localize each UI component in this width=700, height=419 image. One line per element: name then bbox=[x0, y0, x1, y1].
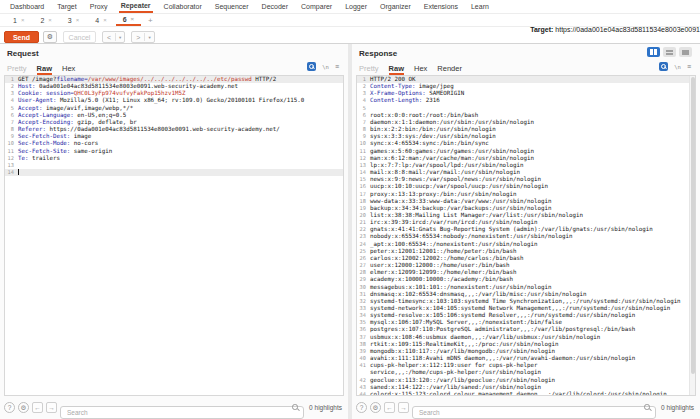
line-text bbox=[370, 105, 689, 112]
line-text: saned:x:114:122::/var/lib/saned:/usr/sbi… bbox=[370, 384, 689, 391]
line-text: Accept-Encoding: gzip, deflate, br bbox=[18, 119, 343, 126]
request-editor[interactable]: 1GET /image?filename=/var/www/images/../… bbox=[4, 75, 344, 396]
menu-item-logger[interactable]: Logger bbox=[343, 0, 369, 13]
layout-rows-icon[interactable] bbox=[663, 47, 676, 57]
target-bar[interactable]: Target: https://0ada001e04ac83d5811534e8… bbox=[530, 26, 700, 33]
line-text: _apt:x:100:65534::/nonexistent:/usr/sbin… bbox=[370, 241, 689, 248]
line-text: Referer: https://0ada001e04ac83d5811534e… bbox=[18, 126, 343, 133]
code-line: 11games:x:5:60:games:/usr/games:/usr/sbi… bbox=[357, 148, 689, 155]
cancel-button[interactable]: Cancel bbox=[63, 31, 96, 43]
tab-hex[interactable]: Hex bbox=[62, 61, 75, 75]
add-tab-button[interactable]: + bbox=[143, 14, 158, 26]
line-text: www-data:x:33:33:www-data:/var/www:/usr/… bbox=[370, 198, 689, 205]
menu-item-sequencer[interactable]: Sequencer bbox=[213, 0, 251, 13]
next-match-button[interactable]: → bbox=[46, 402, 57, 413]
repeater-tab-3[interactable]: 3× bbox=[61, 14, 86, 26]
tab-raw[interactable]: Raw bbox=[389, 61, 404, 75]
code-line: 12man:x:6:12:man:/var/cache/man:/usr/sbi… bbox=[357, 155, 689, 162]
tab-pretty[interactable]: Pretty bbox=[359, 61, 379, 75]
line-number: 10 bbox=[5, 140, 18, 147]
prev-match-button[interactable]: ← bbox=[32, 402, 43, 413]
close-icon[interactable]: × bbox=[131, 16, 135, 22]
line-text: Sec-Fetch-Mode: no-cors bbox=[18, 140, 343, 147]
menu-icon[interactable]: ≡ bbox=[335, 63, 339, 70]
menu-item-proxy[interactable]: Proxy bbox=[88, 0, 110, 13]
code-line: 5Accept: image/avif,image/webp,*/* bbox=[5, 105, 343, 112]
prev-match-button[interactable]: ← bbox=[384, 402, 395, 413]
history-back-button[interactable]: < ▾ bbox=[102, 31, 125, 43]
repeater-tab-4[interactable]: 4× bbox=[88, 14, 113, 26]
line-number: 8 bbox=[357, 126, 370, 133]
back-icon: < bbox=[103, 34, 115, 41]
tab-pretty[interactable]: Pretty bbox=[7, 61, 27, 75]
gear-icon: ⚙ bbox=[47, 33, 53, 41]
tab-raw[interactable]: Raw bbox=[37, 61, 52, 75]
line-text: news:x:9:9:news:/var/spool/news:/usr/sbi… bbox=[370, 176, 689, 183]
code-segment: User-Agent: bbox=[18, 97, 56, 103]
menu-item-target[interactable]: Target bbox=[55, 0, 78, 13]
line-text: academy:x:10000:10000::/academy:/bin/bas… bbox=[370, 276, 689, 283]
close-icon[interactable]: × bbox=[21, 17, 25, 23]
menu-item-repeater[interactable]: Repeater bbox=[119, 0, 153, 13]
code-segment: Content-Length: bbox=[370, 97, 422, 103]
close-icon[interactable]: × bbox=[48, 17, 52, 23]
send-settings-button[interactable]: ⚙ bbox=[43, 31, 57, 43]
code-line: 3Cookie: session=QHC0L3yFp974vufvyFakPop… bbox=[5, 90, 343, 97]
layout-single-icon[interactable] bbox=[679, 47, 692, 57]
code-line: 5 bbox=[357, 105, 689, 112]
newline-toggle-icon[interactable]: \n bbox=[674, 64, 681, 70]
menu-item-collaborator[interactable]: Collaborator bbox=[162, 0, 204, 13]
send-button[interactable]: Send bbox=[4, 31, 39, 43]
search-icon[interactable] bbox=[307, 62, 316, 71]
menu-item-extensions[interactable]: Extensions bbox=[422, 0, 460, 13]
search-settings-button[interactable]: ⚙ bbox=[18, 402, 29, 413]
close-icon[interactable]: × bbox=[76, 17, 80, 23]
line-number: 10 bbox=[357, 140, 370, 147]
code-line: 8bin:x:2:2:bin:/bin:/usr/sbin/nologin bbox=[357, 126, 689, 133]
code-segment: GET /image? bbox=[18, 76, 56, 82]
line-number: 4 bbox=[5, 97, 18, 104]
code-line: 23nobody:x:65534:65534:nobody:/nonexiste… bbox=[357, 233, 689, 240]
code-line: 3X-Frame-Options: SAMEORIGIN bbox=[357, 90, 689, 97]
search-icon[interactable] bbox=[659, 62, 668, 71]
menu-item-decoder[interactable]: Decoder bbox=[260, 0, 290, 13]
line-text: HTTP/2 200 OK bbox=[370, 76, 689, 83]
code-line: 37usbmux:x:108:46:usbmux daemon,,,:/var/… bbox=[357, 334, 689, 341]
search-settings-button[interactable]: ⚙ bbox=[370, 402, 381, 413]
code-segment: 0ada001e04ac83d5811534e8003e0091.web-sec… bbox=[35, 83, 237, 89]
menu-item-learn[interactable]: Learn bbox=[469, 0, 491, 13]
code-segment: Accept: bbox=[18, 105, 42, 111]
line-text: messagebus:x:101:101::/nonexistent:/usr/… bbox=[370, 284, 689, 291]
menu-item-comparer[interactable]: Comparer bbox=[299, 0, 334, 13]
chevron-down-icon[interactable]: ▾ bbox=[145, 35, 153, 40]
menu-item-organizer[interactable]: Organizer bbox=[378, 0, 413, 13]
line-text: usbmux:x:108:46:usbmux daemon,,,:/var/li… bbox=[370, 334, 689, 341]
response-scrollbar[interactable] bbox=[689, 76, 695, 395]
history-forward-button[interactable]: > ▾ bbox=[131, 31, 154, 43]
menu-item-dashboard[interactable]: Dashboard bbox=[8, 0, 46, 13]
repeater-tab-6[interactable]: 6× bbox=[116, 14, 141, 26]
repeater-tab-1[interactable]: 1× bbox=[6, 14, 31, 26]
newline-toggle-icon[interactable]: \n bbox=[322, 64, 329, 70]
close-icon[interactable]: × bbox=[103, 17, 107, 23]
code-segment: image/avif,image/webp,*/* bbox=[42, 105, 133, 111]
repeater-tab-2[interactable]: 2× bbox=[33, 14, 58, 26]
tab-hex[interactable]: Hex bbox=[414, 61, 427, 75]
response-editor[interactable]: 1HTTP/2 200 OK2Content-Type: image/jpeg3… bbox=[356, 75, 696, 396]
tab-render[interactable]: Render bbox=[437, 61, 462, 75]
help-button[interactable]: ? bbox=[4, 402, 15, 413]
line-number: 28 bbox=[357, 269, 370, 276]
line-text: bin:x:2:2:bin:/bin:/usr/sbin/nologin bbox=[370, 126, 689, 133]
response-panel: Response PrettyRawHexRender \n ≡ 1HTTP/2… bbox=[352, 44, 700, 419]
line-text: service,,,:/home/cups-pk-helper:/usr/sbi… bbox=[370, 369, 689, 376]
response-search-input[interactable] bbox=[412, 406, 656, 419]
repeater-tab-label: 6 bbox=[123, 16, 127, 23]
menu-icon[interactable]: ≡ bbox=[687, 63, 691, 70]
help-button[interactable]: ? bbox=[356, 402, 367, 413]
scrollbar-thumb[interactable] bbox=[691, 77, 695, 374]
request-search-input[interactable] bbox=[60, 406, 304, 419]
line-text: User-Agent: Mozilla/5.0 (X11; Linux x86_… bbox=[18, 97, 343, 104]
chevron-down-icon[interactable]: ▾ bbox=[116, 35, 124, 40]
layout-columns-icon[interactable] bbox=[647, 47, 660, 57]
next-match-button[interactable]: → bbox=[398, 402, 409, 413]
